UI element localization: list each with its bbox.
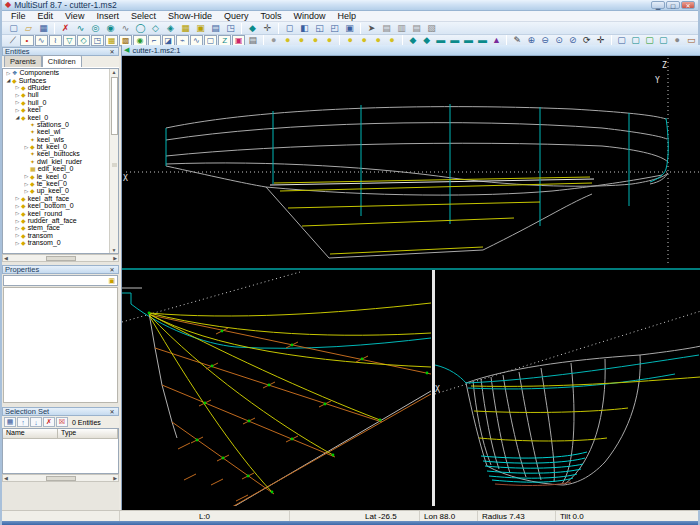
tree-item-keel_round[interactable]: ▷◆keel_round xyxy=(3,209,118,216)
entities-tree[interactable]: ▲ ▼ ▷❖Components◢◆Surfaces▷◆dRuder▷◆hull… xyxy=(2,68,119,254)
properties-name-field[interactable]: ▣ xyxy=(3,275,118,286)
tree-item-keel_aft_face[interactable]: ▷◆keel_aft_face xyxy=(3,195,118,202)
expand-arrow-icon[interactable]: ▷ xyxy=(14,92,21,98)
expand-arrow-icon[interactable]: ▷ xyxy=(14,99,21,105)
profile-view-drawing[interactable]: ZYX xyxy=(122,56,700,267)
selection-set-hscrollbar[interactable]: ◀▶ xyxy=(2,474,119,482)
menu-item-file[interactable]: File xyxy=(5,11,32,21)
tree-item-dRuder[interactable]: ▷◆dRuder xyxy=(3,84,118,91)
tree-item-rudder_aft_face[interactable]: ▷◆rudder_aft_face xyxy=(3,217,118,224)
tree-item-keel_buttocks[interactable]: ✦keel_buttocks xyxy=(3,150,118,157)
window-tile-icon[interactable]: ◰ xyxy=(327,22,342,34)
menu-item-tools[interactable]: Tools xyxy=(254,11,287,21)
foil-entity-icon[interactable]: ▽ xyxy=(63,35,76,46)
lofted-surface-icon[interactable]: ◈ xyxy=(163,22,178,34)
window-single-icon[interactable]: ◻ xyxy=(282,22,297,34)
freehand-tool-icon[interactable]: ⟋ xyxy=(6,35,20,47)
entities-hscrollbar[interactable]: ◀▶ xyxy=(2,254,119,262)
table-entity-icon[interactable]: ▣ xyxy=(193,22,208,34)
expand-arrow-icon[interactable]: ▷ xyxy=(5,70,12,76)
expand-arrow-icon[interactable]: ◢ xyxy=(14,114,21,120)
scroll-down-icon[interactable]: ▼ xyxy=(112,247,117,253)
selection-set-close-icon[interactable]: ✕ xyxy=(108,408,116,415)
tree-item-stem_face[interactable]: ▷◆stem_face xyxy=(3,224,118,231)
column-header-name[interactable]: Name xyxy=(3,429,58,438)
point-entity-icon[interactable]: • xyxy=(20,35,33,46)
menu-item-insert[interactable]: Insert xyxy=(90,11,125,21)
menu-item-edit[interactable]: Edit xyxy=(32,11,60,21)
body-plan-view-drawing[interactable]: X xyxy=(435,270,700,506)
menu-item-query[interactable]: Query xyxy=(218,11,255,21)
tree-item-edit_keel_0[interactable]: ▦edit_keel_0 xyxy=(3,165,118,172)
expand-arrow-icon[interactable]: ▷ xyxy=(14,218,21,224)
perspective-keel-view-drawing[interactable] xyxy=(122,270,431,506)
open-file-icon[interactable]: ▱ xyxy=(21,22,36,34)
point-tool-icon[interactable]: ◎ xyxy=(88,22,103,34)
new-file-icon[interactable]: ▢ xyxy=(6,22,21,34)
expand-arrow-icon[interactable]: ▷ xyxy=(23,144,30,150)
properties-tag-icon[interactable]: ▣ xyxy=(108,277,117,285)
selset-remove-button[interactable]: ✗ xyxy=(43,417,55,427)
tree-item-stations_0[interactable]: ✦stations_0 xyxy=(3,121,118,128)
tree-item-Components[interactable]: ▷❖Components xyxy=(3,69,118,76)
gem-tool-icon[interactable]: ◆ xyxy=(245,22,260,34)
tree-item-keel_wls[interactable]: ✦keel_wls xyxy=(3,136,118,143)
menu-item-select[interactable]: Select xyxy=(125,11,162,21)
expand-arrow-icon[interactable]: ▷ xyxy=(14,232,21,238)
select-arrow-icon[interactable]: ➤ xyxy=(364,22,379,34)
delete-entity-icon[interactable]: ✗ xyxy=(58,22,73,34)
title-bar[interactable]: ◆ MultiSurf 8.7 - cutter-1.ms2 ▁ ▢ ✕ xyxy=(2,0,698,11)
insert-curve-icon[interactable]: ∿ xyxy=(73,22,88,34)
expand-arrow-icon[interactable]: ▷ xyxy=(14,107,21,113)
surface-tool-icon[interactable]: ◇ xyxy=(148,22,163,34)
selection-set-grid[interactable]: Name Type xyxy=(2,428,119,474)
save-file-icon[interactable]: ▦ xyxy=(36,22,51,34)
bcurve-entity-icon[interactable]: ∿ xyxy=(35,35,48,46)
drawing-canvas[interactable]: ZYX X xyxy=(122,56,700,506)
expand-arrow-icon[interactable]: ◢ xyxy=(5,77,12,83)
expand-arrow-icon[interactable]: ▷ xyxy=(14,210,21,216)
select-remove-icon[interactable]: ▥ xyxy=(394,22,409,34)
tree-item-keel_0[interactable]: ◢◆keel_0 xyxy=(3,113,118,120)
grid-surface-icon[interactable]: ▦ xyxy=(105,35,118,46)
expand-arrow-icon[interactable]: ▷ xyxy=(23,173,30,179)
tab-children[interactable]: Children xyxy=(42,55,82,67)
entities-close-icon[interactable]: ✕ xyxy=(108,48,116,55)
maximize-button[interactable]: ▢ xyxy=(666,1,680,9)
solid-entity-icon[interactable]: ▤ xyxy=(208,22,223,34)
select-add-icon[interactable]: ▤ xyxy=(379,22,394,34)
menu-item-help[interactable]: Help xyxy=(332,11,363,21)
window-hsplit-icon[interactable]: ◧ xyxy=(297,22,312,34)
tree-item-hull_0[interactable]: ▷◆hull_0 xyxy=(3,99,118,106)
minimize-button[interactable]: ▁ xyxy=(651,1,665,9)
select-all-icon[interactable]: ▧ xyxy=(424,22,439,34)
expand-arrow-icon[interactable]: ▷ xyxy=(23,188,30,194)
tree-item-te_keel_0[interactable]: ▷◆te_keel_0 xyxy=(3,180,118,187)
column-header-type[interactable]: Type xyxy=(58,429,118,438)
expand-arrow-icon[interactable]: ▷ xyxy=(14,225,21,231)
scroll-up-icon[interactable]: ▲ xyxy=(112,69,117,75)
tree-item-keel_wl[interactable]: ✦keel_wl xyxy=(3,128,118,135)
shield-entity-icon[interactable]: ◇ xyxy=(77,35,90,46)
menu-item-show-hide[interactable]: Show-Hide xyxy=(162,11,218,21)
tree-item-keel[interactable]: ▷◆keel xyxy=(3,106,118,113)
snap-tool-icon[interactable]: ◉ xyxy=(103,22,118,34)
frame-entity-icon[interactable]: ◳ xyxy=(223,22,238,34)
tree-item-transom[interactable]: ▷◆transom xyxy=(3,232,118,239)
tree-item-bt_keel_0[interactable]: ▷◆bt_keel_0 xyxy=(3,143,118,150)
select-list-icon[interactable]: ▤ xyxy=(409,22,424,34)
tab-parents[interactable]: Parents xyxy=(4,55,42,67)
window-quad-icon[interactable]: ◱ xyxy=(312,22,327,34)
tree-item-up_keel_0[interactable]: ▷◆up_keel_0 xyxy=(3,187,118,194)
properties-close-icon[interactable]: ✕ xyxy=(108,266,116,273)
selset-list-button[interactable]: ▦ xyxy=(4,417,16,427)
menu-item-view[interactable]: View xyxy=(59,11,90,21)
scroll-thumb[interactable] xyxy=(111,77,118,135)
expand-arrow-icon[interactable]: ▷ xyxy=(23,181,30,187)
entities-vscrollbar[interactable]: ▲ ▼ xyxy=(109,69,118,253)
tree-item-hull[interactable]: ▷◆hull xyxy=(3,91,118,98)
add-point-icon[interactable]: ✛ xyxy=(260,22,275,34)
viewport-title-bar[interactable]: ◀ cutter-1.ms2:1 xyxy=(122,45,700,56)
tree-item-keel_bottom_0[interactable]: ▷◆keel_bottom_0 xyxy=(3,202,118,209)
expand-arrow-icon[interactable]: ▷ xyxy=(14,240,21,246)
